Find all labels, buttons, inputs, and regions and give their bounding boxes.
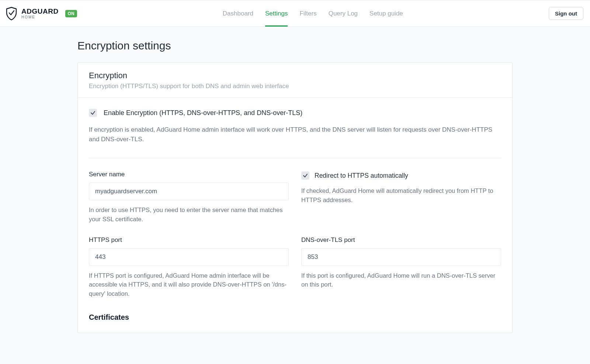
topbar-right: Sign out — [549, 0, 583, 27]
status-badge: ON — [65, 10, 77, 17]
server-name-hint: In order to use HTTPS, you need to enter… — [89, 205, 289, 224]
server-name-input[interactable] — [89, 183, 289, 200]
nav-settings[interactable]: Settings — [265, 0, 288, 27]
shield-check-icon — [5, 7, 18, 21]
https-port-input[interactable] — [89, 248, 289, 266]
brand-name-sub: HOME — [21, 15, 59, 19]
nav-filters[interactable]: Filters — [299, 0, 316, 27]
brand[interactable]: ADGUARD HOME ON — [5, 0, 77, 27]
brand-name-main: ADGUARD — [21, 8, 59, 15]
panel-title: Encryption — [89, 71, 501, 80]
https-port-field: HTTPS port If HTTPS port is configured, … — [89, 236, 289, 298]
enable-encryption-help: If encryption is enabled, AdGuard Home a… — [89, 125, 501, 144]
main-nav: Dashboard Settings Filters Query Log Set… — [77, 0, 549, 27]
redirect-https-row: Redirect to HTTPS automatically — [301, 171, 501, 180]
https-port-hint: If HTTPS port is configured, AdGuard Hom… — [89, 271, 289, 298]
https-port-label: HTTPS port — [89, 236, 289, 244]
redirect-https-hint: If checked, AdGuard Home will automatica… — [301, 186, 501, 205]
enable-encryption-row: Enable Encryption (HTTPS, DNS-over-HTTPS… — [89, 109, 501, 117]
form-grid: Server name In order to use HTTPS, you n… — [89, 171, 501, 298]
dot-port-hint: If this port is configured, AdGuard Home… — [301, 271, 501, 290]
dot-port-label: DNS-over-TLS port — [301, 236, 501, 244]
brand-text: ADGUARD HOME — [21, 8, 59, 19]
redirect-https-checkbox[interactable] — [301, 171, 309, 180]
panel-header: Encryption Encryption (HTTPS/TLS) suppor… — [78, 63, 512, 98]
server-name-label: Server name — [89, 171, 289, 178]
nav-dashboard[interactable]: Dashboard — [223, 0, 253, 27]
signout-button[interactable]: Sign out — [549, 7, 583, 20]
check-icon — [90, 110, 96, 115]
redirect-https-label: Redirect to HTTPS automatically — [315, 172, 408, 180]
encryption-panel: Encryption Encryption (HTTPS/TLS) suppor… — [77, 62, 513, 333]
dot-port-field: DNS-over-TLS port If this port is config… — [301, 236, 501, 298]
divider — [89, 158, 501, 158]
nav-setup-guide[interactable]: Setup guide — [369, 0, 403, 27]
topbar: ADGUARD HOME ON Dashboard Settings Filte… — [0, 0, 590, 27]
dot-port-input[interactable] — [301, 248, 501, 266]
page-title: Encryption settings — [77, 39, 513, 52]
check-icon — [303, 173, 308, 178]
certificates-title: Certificates — [89, 313, 501, 322]
panel-subtitle: Encryption (HTTPS/TLS) support for both … — [89, 83, 501, 90]
server-name-field: Server name In order to use HTTPS, you n… — [89, 171, 289, 224]
enable-encryption-label: Enable Encryption (HTTPS, DNS-over-HTTPS… — [104, 109, 302, 117]
enable-encryption-checkbox[interactable] — [89, 109, 97, 117]
nav-query-log[interactable]: Query Log — [329, 0, 358, 27]
panel-body: Enable Encryption (HTTPS, DNS-over-HTTPS… — [78, 98, 512, 333]
page: Encryption settings Encryption Encryptio… — [77, 27, 513, 355]
redirect-https-field: Redirect to HTTPS automatically If check… — [301, 171, 501, 224]
